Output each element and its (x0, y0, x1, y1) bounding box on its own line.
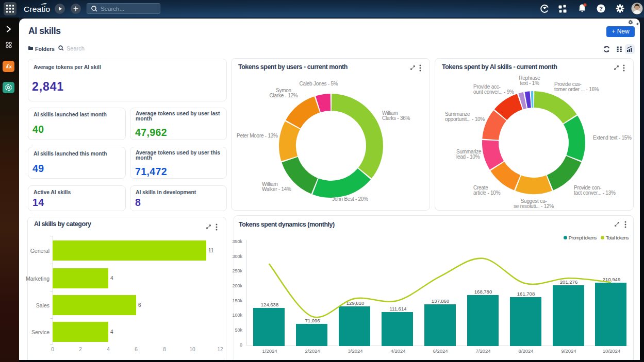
svg-text:?: ? (599, 6, 603, 12)
